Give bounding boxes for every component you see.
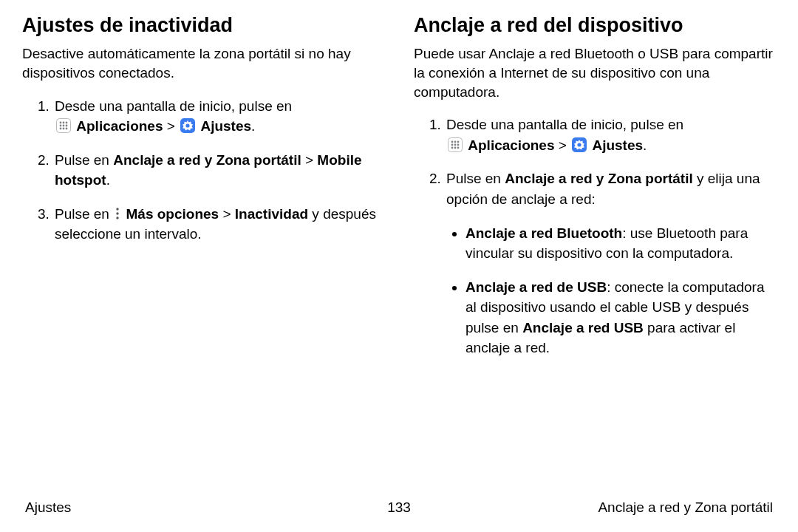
svg-point-8 [63,128,65,130]
svg-point-13 [117,212,119,214]
s3-sep: > [219,206,235,222]
svg-point-21 [457,143,460,146]
s2-sep: > [301,152,318,168]
usb-b: Anclaje a red de USB [466,279,607,295]
apps-label: Aplicaciones [76,118,163,134]
bt-b: Anclaje a red Bluetooth [466,225,622,241]
svg-point-14 [117,216,119,219]
s2-b1: Anclaje a red y Zona portátil [113,152,301,168]
s3-pre: Pulse en [55,206,113,222]
svg-point-6 [66,125,68,127]
right-heading: Anclaje a red del dispositivo [414,13,776,37]
footer-right: Anclaje a red y Zona portátil [598,499,773,516]
r-settings-label: Ajustes [592,137,643,153]
svg-point-3 [66,122,68,124]
svg-point-24 [457,146,460,149]
svg-point-16 [451,140,454,143]
right-column: Anclaje a red del dispositivo Puede usar… [414,13,776,499]
more-options-icon [115,206,120,221]
svg-point-5 [63,125,65,127]
svg-point-19 [451,143,454,146]
usb-b2: Anclaje a red USB [522,320,644,335]
svg-point-9 [66,128,68,130]
manual-page: Ajustes de inactividad Desactive automát… [0,0,798,532]
svg-point-2 [63,122,65,124]
left-column: Ajustes de inactividad Desactive automát… [22,13,384,499]
two-column-layout: Ajustes de inactividad Desactive automát… [22,13,776,499]
svg-point-11 [186,124,190,128]
svg-point-17 [454,140,457,143]
s2-pre: Pulse en [55,152,113,168]
left-heading: Ajustes de inactividad [22,13,384,37]
right-step-2: Pulse en Anclaje a red y Zona portátil y… [445,168,776,358]
svg-point-18 [457,140,460,143]
s2-period: . [106,172,110,188]
r-s1-pre: Desde una pantalla de inicio, pulse en [446,117,683,132]
r-sep: > [559,137,570,153]
left-step-1: Desde una pantalla de inicio, pulse en A… [53,96,384,137]
left-step-3: Pulse en Más opciones > Inactividad y de… [53,204,384,245]
svg-point-12 [117,208,119,210]
r-s2-pre: Pulse en [446,171,505,186]
svg-point-26 [578,143,582,146]
svg-point-7 [60,128,62,130]
tether-options: Anclaje a red Bluetooth: use Bluetooth p… [446,223,776,358]
svg-point-20 [454,143,457,146]
right-lead: Puede usar Anclaje a red Bluetooth o USB… [414,44,776,101]
svg-point-22 [451,146,454,149]
sep: > [167,118,179,134]
page-footer: Ajustes 133 Anclaje a red y Zona portáti… [22,499,776,519]
s3-b2: Inactividad [235,206,308,222]
apps-icon [448,137,463,152]
svg-point-23 [454,146,457,149]
tether-bluetooth: Anclaje a red Bluetooth: use Bluetooth p… [466,223,776,264]
r-s2-b1: Anclaje a red y Zona portátil [505,171,692,186]
settings-icon [572,137,587,152]
svg-point-1 [60,122,62,124]
left-lead: Desactive automáticamente la zona portát… [22,44,384,82]
step1-pre: Desde una pantalla de inicio, pulse en [55,98,292,114]
r-period: . [643,137,647,153]
footer-left: Ajustes [25,499,71,516]
left-steps: Desde una pantalla de inicio, pulse en A… [22,96,384,245]
tether-usb: Anclaje a red de USB: conecte la computa… [466,277,776,358]
settings-label: Ajustes [200,118,251,134]
right-step-1: Desde una pantalla de inicio, pulse en A… [445,115,776,155]
svg-point-4 [60,125,62,127]
s3-b1: Más opciones [126,206,219,222]
apps-icon [56,118,71,133]
settings-icon [180,118,195,133]
footer-page-number: 133 [387,499,411,516]
left-step-2: Pulse en Anclaje a red y Zona portátil >… [53,150,384,191]
period: . [251,118,255,134]
r-apps-label: Aplicaciones [468,137,554,153]
right-steps: Desde una pantalla de inicio, pulse en A… [414,115,776,358]
